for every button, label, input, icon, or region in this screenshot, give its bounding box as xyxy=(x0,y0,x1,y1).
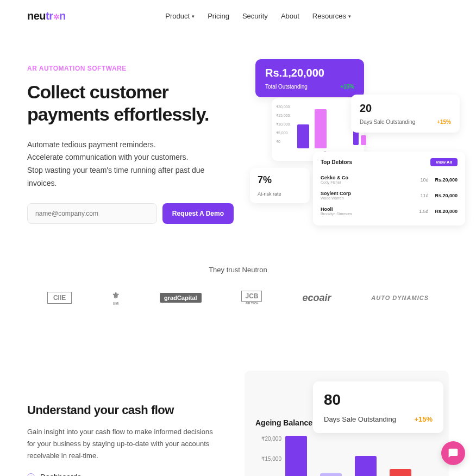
debtor-name: Soylent Corp xyxy=(321,191,351,196)
dso-card: 20 Days Sale Outstanding +15% xyxy=(351,95,460,133)
emblem-icon: ⚜ xyxy=(112,290,120,300)
logo-text-1: neu xyxy=(27,10,46,22)
tick: ₹10,000 xyxy=(276,122,290,127)
nav-resources[interactable]: Resources▾ xyxy=(312,12,351,20)
logo-text-3: n xyxy=(59,10,66,22)
email-input[interactable] xyxy=(27,203,157,224)
dso-delta: +15% xyxy=(437,119,451,125)
nav-label: Resources xyxy=(312,12,346,20)
risk-value: 7% xyxy=(258,174,302,186)
chat-icon xyxy=(448,448,459,459)
tick: ₹20,000 xyxy=(255,436,281,442)
risk-card: 7% At-risk rate xyxy=(250,168,310,203)
logo-text: JCB xyxy=(241,291,262,302)
debtors-card: Top Debtors View All Gekko & CoCody Fish… xyxy=(313,152,465,226)
brand-logo[interactable]: neutr✲n xyxy=(27,10,66,22)
view-all-button[interactable]: View All xyxy=(430,158,458,166)
logo-iim: ⚜IIM xyxy=(112,290,120,305)
outstanding-label: Total Outstanding xyxy=(265,84,308,90)
nav-security[interactable]: Security xyxy=(242,12,268,20)
nav-product[interactable]: Product▾ xyxy=(165,12,195,20)
hero-content: AR AUTOMATION SOFTWARE Collect customer … xyxy=(27,65,234,228)
trust-section: They trust Neutron CIIE ⚜IIM gradCapital… xyxy=(0,239,476,327)
cashflow-section: Understand your cash flow Gain insight i… xyxy=(0,327,476,476)
logo-ecoair: ecoair xyxy=(302,292,331,304)
nav-pricing[interactable]: Pricing xyxy=(208,12,229,20)
outstanding-delta: +15% xyxy=(340,84,354,90)
mini-bars xyxy=(297,105,358,148)
bar xyxy=(285,436,307,476)
dso-delta: +15% xyxy=(414,415,433,423)
request-demo-button[interactable]: Request A Demo xyxy=(162,203,234,224)
ageing-bars xyxy=(285,436,438,476)
debtor-amt: Rs.20,000 xyxy=(435,193,458,198)
tick: ₹20,000 xyxy=(276,105,290,109)
nav-menu: Product▾ Pricing Security About Resource… xyxy=(165,12,351,20)
eyebrow: AR AUTOMATION SOFTWARE xyxy=(27,65,234,72)
ageing-ticks: ₹20,000 ₹15,000 ₹10,000 ₹5,000 ₹0 xyxy=(255,436,281,476)
debtor-row: Gekko & CoCody Fisher 10d Rs.20,000 xyxy=(321,172,458,187)
chart-y-ticks: ₹20,000 ₹15,000 ₹10,000 ₹5,000 ₹0 xyxy=(276,105,290,144)
cta-row: Request A Demo xyxy=(27,203,234,224)
debtor-name: Gekko & Co xyxy=(321,175,348,180)
debtor-days: 1.5d xyxy=(419,209,429,214)
feature-item: ✓Dashboards xyxy=(27,473,223,476)
nav-label: Security xyxy=(242,12,268,20)
tick: ₹15,000 xyxy=(255,456,281,462)
outstanding-value: Rs.1,20,000 xyxy=(265,67,354,79)
debtor-row: Soylent CorpWade Warren 11d Rs.20,000 xyxy=(321,187,458,203)
logo-ciie: CIIE xyxy=(47,292,72,304)
debtor-row: HooliBrooklyn Simmons 1.5d Rs.20,000 xyxy=(321,203,458,219)
nav-label: Pricing xyxy=(208,12,229,20)
logo-text: IIM xyxy=(113,302,118,305)
subhead: Automate tedious payment reminders. Acce… xyxy=(27,139,234,190)
tick: ₹5,000 xyxy=(276,131,290,135)
debtor-sub: Cody Fisher xyxy=(321,180,348,184)
tick: ₹0 xyxy=(276,140,290,144)
trust-title: They trust Neutron xyxy=(27,266,449,274)
bar-pink xyxy=(315,109,327,148)
nav-label: Product xyxy=(165,12,190,20)
logo-sub: AIR TECH xyxy=(241,302,262,305)
nav-about[interactable]: About xyxy=(281,12,299,20)
cashflow-visual: 80 Days Sale Outstanding +15% Ageing Bal… xyxy=(245,371,449,476)
outstanding-card: Rs.1,20,000 Total Outstanding +15% xyxy=(255,59,364,97)
nav-label: About xyxy=(281,12,299,20)
chevron-down-icon: ▾ xyxy=(192,14,195,19)
dso-label: Days Sale Outstanding xyxy=(360,119,415,125)
bar xyxy=(355,456,377,476)
section-title: Understand your cash flow xyxy=(27,403,223,417)
debtors-title: Top Debtors xyxy=(321,159,352,165)
risk-label: At-risk rate xyxy=(258,191,302,197)
logo-gradcapital: gradCapital xyxy=(160,293,202,303)
headline: Collect customer payments effortlessly. xyxy=(27,81,234,126)
debtor-sub: Brooklyn Simmons xyxy=(321,212,352,216)
bar-purple xyxy=(297,124,309,148)
atom-icon: ✲ xyxy=(53,12,60,21)
debtor-amt: Rs.20,000 xyxy=(435,209,458,214)
logo-text-2: tr xyxy=(46,10,53,22)
tick: ₹15,000 xyxy=(276,114,290,118)
dso-value: 80 xyxy=(324,391,433,409)
hero-dashboard: Rs.1,20,000 Total Outstanding +15% ₹20,0… xyxy=(255,65,449,228)
logo-autodynamics: AUTO DYNAMICS xyxy=(371,295,429,301)
logo-jcb: JCBAIR TECH xyxy=(241,291,262,305)
debtor-sub: Wade Warren xyxy=(321,196,351,200)
debtor-days: 10d xyxy=(420,177,428,183)
logo-row: CIIE ⚜IIM gradCapital JCBAIR TECH ecoair… xyxy=(27,290,449,305)
debtor-name: Hooli xyxy=(321,206,352,212)
hero-section: AR AUTOMATION SOFTWARE Collect customer … xyxy=(0,32,476,239)
top-nav: neutr✲n Product▾ Pricing Security About … xyxy=(0,0,476,32)
dso-value: 20 xyxy=(360,102,451,115)
dso-label: Days Sale Outstanding xyxy=(324,415,396,423)
bar xyxy=(390,469,411,476)
bar xyxy=(320,473,342,476)
section-desc: Gain insight into your cash flow to make… xyxy=(27,426,223,462)
dso-large-card: 80 Days Sale Outstanding +15% xyxy=(313,381,443,433)
chat-button[interactable] xyxy=(441,441,465,465)
debtor-amt: Rs.20,000 xyxy=(435,177,458,183)
stub xyxy=(361,135,366,145)
chevron-down-icon: ▾ xyxy=(348,14,351,19)
cashflow-content: Understand your cash flow Gain insight i… xyxy=(27,371,223,476)
debtor-days: 11d xyxy=(420,193,428,198)
